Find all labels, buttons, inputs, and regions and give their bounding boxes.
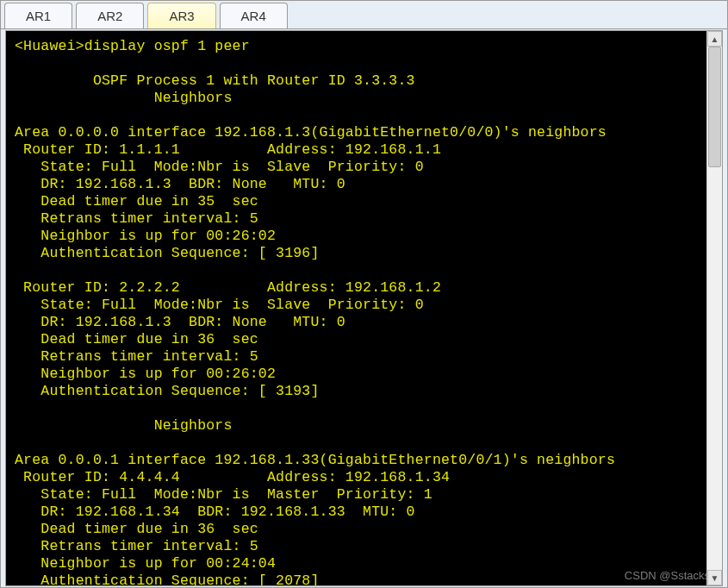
cli-area1: Area 0.0.0.1 interface 192.168.1.33(Giga… [15,452,615,468]
tab-ar2[interactable]: AR2 [76,3,144,28]
cli-n2-dead: Dead timer due in 36 sec [15,331,258,347]
cli-n1-dr: DR: 192.168.1.3 BDR: None MTU: 0 [15,176,345,192]
cli-header-neighbors2: Neighbors [15,417,233,434]
cli-n2-auth: Authentication Sequence: [ 3193] [15,383,320,399]
cli-prompt: <Huawei>display ospf 1 peer [15,38,250,54]
tabs-bar: AR1 AR2 AR3 AR4 [1,1,727,29]
cli-n1-retrans: Retrans timer interval: 5 [15,210,258,227]
cli-n3-dr: DR: 192.168.1.34 BDR: 192.168.1.33 MTU: … [15,504,415,520]
cli-n3-rid: Router ID: 4.4.4.4 Address: 192.168.1.34 [15,469,450,485]
console-wrap: <Huawei>display ospf 1 peer OSPF Process… [5,30,723,586]
cli-n1-rid: Router ID: 1.1.1.1 Address: 192.168.1.1 [15,141,441,158]
scrollbar[interactable]: ▲ ▼ [706,31,722,585]
tab-ar4[interactable]: AR4 [220,3,288,28]
cli-area0: Area 0.0.0.0 interface 192.168.1.3(Gigab… [15,124,607,141]
cli-n1-up: Neighbor is up for 00:26:02 [15,228,276,244]
terminal-output[interactable]: <Huawei>display ospf 1 peer OSPF Process… [6,31,706,585]
cli-n1-state: State: Full Mode:Nbr is Slave Priority: … [15,159,424,175]
scroll-up-button[interactable]: ▲ [707,31,722,47]
cli-n2-retrans: Retrans timer interval: 5 [15,348,258,365]
cli-n3-dead: Dead timer due in 36 sec [15,521,258,537]
cli-n2-rid: Router ID: 2.2.2.2 Address: 192.168.1.2 [15,279,441,296]
scroll-thumb[interactable] [708,47,721,167]
cli-n3-retrans: Retrans timer interval: 5 [15,538,258,554]
tab-ar1[interactable]: AR1 [4,3,72,28]
cli-n1-auth: Authentication Sequence: [ 3196] [15,245,320,261]
tab-ar3[interactable]: AR3 [147,3,215,28]
scroll-down-button[interactable]: ▼ [707,570,722,585]
cli-header-neighbors: Neighbors [15,90,233,106]
cli-n3-state: State: Full Mode:Nbr is Master Priority:… [15,486,432,503]
cli-n3-auth: Authentication Sequence: [ 2078] [15,572,320,585]
cli-n3-up: Neighbor is up for 00:24:04 [15,555,276,572]
cli-n2-state: State: Full Mode:Nbr is Slave Priority: … [15,297,424,313]
cli-n1-dead: Dead timer due in 35 sec [15,193,258,210]
cli-n2-dr: DR: 192.168.1.3 BDR: None MTU: 0 [15,314,345,330]
cli-n2-up: Neighbor is up for 00:26:02 [15,366,276,382]
cli-header-process: OSPF Process 1 with Router ID 3.3.3.3 [15,72,415,89]
